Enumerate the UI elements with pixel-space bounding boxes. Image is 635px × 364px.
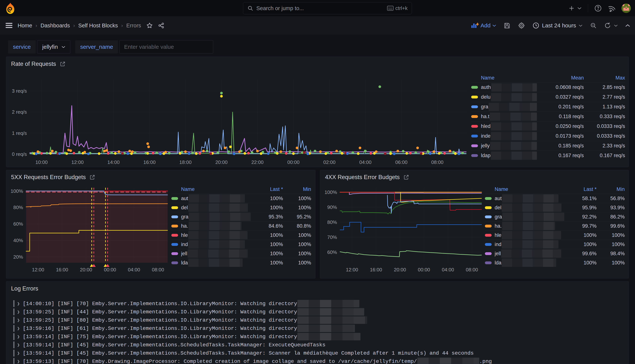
series-value-1: 100% [253,260,283,266]
legend-row[interactable]: inde 0.0173 req/s 0.0333 req/s [471,131,625,141]
svg-text:12:00: 12:00 [72,160,84,165]
log-line[interactable]: ❯ [13:59:13] [INF] [70] Emby.Drawing.Ima… [13,357,492,364]
legend-row[interactable]: ind 100% 100% [171,240,311,249]
add-button[interactable]: Add [471,22,496,29]
legend-row[interactable]: auth 0.0608 req/s 2.85 req/s [471,82,625,92]
series-name: gra [495,213,566,221]
legend-row[interactable]: gra 92.2% 86.2% [485,212,625,221]
log-line[interactable]: ❯ [13:59:14] [INF] [45] Emby.Server.Impl… [13,349,474,357]
legend-sort-name[interactable]: Name [495,186,566,192]
log-line[interactable]: ❯ [14:00:10] [INF] [70] Emby.Server.Impl… [13,300,359,308]
legend-row[interactable]: lda 100% 100% [171,258,311,267]
panel-title[interactable]: 4XX Requests Error Budgets [325,174,409,180]
legend-sort-col2[interactable]: Min [283,186,311,192]
legend-row[interactable]: gra 95.3% 95.2% [171,212,311,221]
expand-caret-icon[interactable]: ❯ [17,350,20,356]
legend-sort-col1[interactable]: Mean [537,75,584,81]
legend-row[interactable]: hle 100% 100% [485,230,625,240]
panel-title[interactable]: 5XX Requests Error Budgets [11,174,95,180]
log-line[interactable]: ❯ [13:59:25] [INF] [80] Emby.Server.Impl… [13,316,367,324]
expand-caret-icon[interactable]: ❯ [17,309,20,315]
log-line[interactable]: ❯ [13:59:14] [INF] [45] Emby.Server.Impl… [13,341,326,349]
favorite-button[interactable] [146,22,153,29]
log-line[interactable]: ❯ [13:59:14] [INF] [75] Emby.Server.Impl… [13,332,360,341]
expand-caret-icon[interactable]: ❯ [17,326,20,331]
news-button[interactable] [608,5,615,12]
log-line[interactable]: ❯ [13:59:16] [INF] [61] Emby.Server.Impl… [13,324,355,332]
expand-caret-icon[interactable]: ❯ [17,359,20,364]
series-value-1: 100% [253,196,283,202]
zoom-out-button[interactable] [590,22,597,29]
redacted-name [489,103,537,111]
legend-row[interactable]: ind 100% 100% [485,240,625,249]
save-dashboard-button[interactable] [504,22,510,29]
variable-input-server-name[interactable] [119,40,213,54]
panel-title[interactable]: Log Errors [11,285,38,292]
legend-row[interactable]: hled 0.0250 req/s 0.0333 req/s [471,121,625,131]
external-link-icon[interactable] [403,174,409,180]
legend-sort-col2[interactable]: Min [596,186,625,192]
external-link-icon[interactable] [90,174,95,180]
legend-row[interactable]: lda 100% 100% [485,258,625,267]
external-link-icon[interactable] [60,61,66,67]
legend-row[interactable]: del 100% 100% [171,203,311,212]
legend-row[interactable]: ha. 99.7% 99.6% [485,221,625,230]
grafana-logo-icon[interactable] [5,2,16,15]
new-menu-button[interactable] [568,5,581,12]
legend-sort-col2[interactable]: Max [584,75,625,81]
breadcrumb-item[interactable]: Dashboards [41,22,70,29]
series-color-pill [471,115,478,118]
help-button[interactable] [594,5,601,12]
expand-caret-icon[interactable]: ❯ [17,334,20,340]
svg-text:04:00: 04:00 [359,160,372,165]
breadcrumb-item: Errors [126,22,141,29]
legend-sort-col1[interactable]: Last * [566,186,596,192]
series-value-2: 99.6% [596,223,625,229]
series-color-pill [471,96,478,98]
legend-row[interactable]: ha.t 0.118 req/s 0.333 req/s [471,112,625,121]
legend-row[interactable]: jelly 0.185 req/s 2.33 req/s [471,141,625,150]
legend-row[interactable]: hle 100% 100% [171,230,311,240]
share-button[interactable] [158,22,164,29]
svg-text:20:00: 20:00 [80,267,92,272]
legend-row[interactable]: ha. 84.6% 80.8% [171,221,311,230]
redacted-name [502,213,564,221]
variable-select-service[interactable]: jellyfin [37,40,70,54]
breadcrumb-item[interactable]: Home [18,22,32,29]
redacted-path [297,316,367,324]
legend-row[interactable]: ldap 0.167 req/s 0.167 req/s [471,150,625,160]
breadcrumb-item[interactable]: Self Host Blocks [78,22,118,29]
legend-sort-name[interactable]: Name [181,186,253,192]
search-input[interactable]: Search or jump to... ctrl+k [243,2,412,14]
legend-sort-name[interactable]: Name [481,75,537,81]
collapse-toolbar-button[interactable] [625,24,630,27]
legend-sort-col1[interactable]: Last * [253,186,283,192]
svg-text:12:00: 12:00 [32,267,44,272]
mega-menu-button[interactable] [6,23,13,28]
legend-row[interactable]: delu 0.0327 req/s 2.77 req/s [471,92,625,102]
expand-caret-icon[interactable]: ❯ [17,318,20,323]
series-color-pill [485,216,492,218]
log-line[interactable]: ❯ [13:59:25] [INF] [44] Emby.Server.Impl… [13,308,364,316]
legend-row[interactable]: jell 99.6% 98.4% [485,249,625,258]
avatar[interactable] [621,4,631,13]
redacted-path [297,308,364,316]
legend-row[interactable]: aut 100% 100% [171,194,311,203]
expand-caret-icon[interactable]: ❯ [17,342,20,348]
legend-row[interactable]: aut 58.1% 56.8% [485,194,625,203]
series-value-1: 0.167 req/s [537,153,584,158]
refresh-button[interactable] [604,22,618,29]
series-value-2: 0.0333 req/s [584,124,625,129]
redacted-name [502,204,561,212]
legend-row[interactable]: jell 100% 100% [171,249,311,258]
redacted-path [417,358,479,364]
time-range-picker[interactable]: Last 24 hours [532,22,582,29]
expand-caret-icon[interactable]: ❯ [17,301,20,306]
series-color-pill [171,216,178,218]
log-level-bar [13,333,15,340]
series-color-pill [485,243,492,246]
legend-row[interactable]: gra 0.201 req/s 1.13 req/s [471,102,625,112]
legend-row[interactable]: del 95.9% 93.9% [485,203,625,212]
panel-title[interactable]: Rate of Requests [11,60,66,67]
dashboard-settings-button[interactable] [518,22,525,29]
